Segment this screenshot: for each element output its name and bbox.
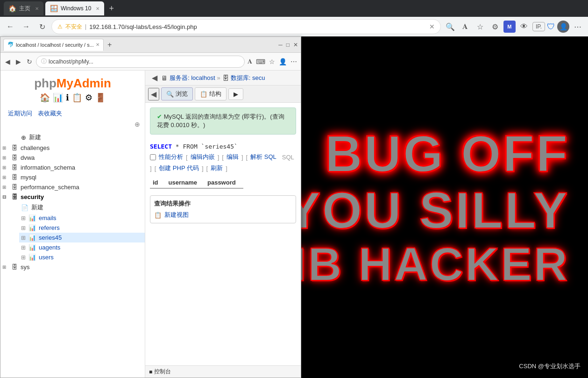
pma-icon-info[interactable]: ℹ <box>66 93 69 103</box>
tab-home[interactable]: 🏠 主页 ✕ <box>4 1 43 15</box>
pma-refresh-link[interactable]: 刷新 <box>211 164 223 172</box>
pma-refresh-button[interactable]: ↻ <box>25 57 34 66</box>
tab-win10[interactable]: 🪟 Windows 10 ✕ <box>45 1 104 15</box>
pma-new-view-label: 新建视图 <box>164 211 189 219</box>
pma-toolbar-right: 𝐀 ⌨ ☆ 👤 ⋯ <box>247 57 298 66</box>
toolbar-icons: 🔍 𝐀 ☆ ⚙ M 👁 IP. 🛡 👤 ⋯ <box>444 20 584 33</box>
db-table-series45[interactable]: ⊞ 📊 series45 <box>19 233 145 242</box>
db-info-name: information_schema <box>21 164 75 171</box>
db-table-users[interactable]: ⊞ 📊 users <box>19 252 145 262</box>
pma-sidebar: phpMyAdmin 🏠 📊 ℹ 📋 ⚙ 🚪 近期访问 <box>0 71 145 378</box>
pma-browse-button[interactable]: 🔍 浏览 <box>161 87 193 100</box>
pma-edit-inline-link[interactable]: 编辑内嵌 <box>191 153 215 161</box>
tab-bar: 🏠 主页 ✕ 🪟 Windows 10 ✕ + <box>0 0 588 17</box>
collections-icon[interactable]: 👁 <box>517 20 531 33</box>
pma-structure-button[interactable]: 📋 结构 <box>195 87 227 100</box>
db-table-referers[interactable]: ⊞ 📊 referers <box>19 223 145 233</box>
pma-icon-settings[interactable]: ⚙ <box>85 93 92 103</box>
db-item-mysql[interactable]: ⊞ 🗄 mysql <box>0 172 145 182</box>
db-item-security[interactable]: ⊟ 🗄 security <box>0 192 145 202</box>
ip-button[interactable]: IP. <box>532 22 545 31</box>
pma-parse-sql-link[interactable]: 解析 SQL <box>250 153 276 161</box>
shield-icon[interactable]: 🛡 <box>547 22 555 32</box>
pma-perf-checkbox[interactable] <box>150 154 156 160</box>
pma-forward-button[interactable]: ▶ <box>14 57 23 66</box>
db-table-emails[interactable]: ⊞ 📊 emails <box>19 213 145 223</box>
pma-window: 🐬 localhost / localhost / security / s..… <box>0 36 301 378</box>
uagents-table-icon: ⊞ <box>21 244 26 251</box>
table-header-row: id username password <box>150 177 243 188</box>
pma-menu-icon[interactable]: ⋯ <box>290 57 298 66</box>
tab-win10-close[interactable]: ✕ <box>96 6 99 11</box>
db-item-information-schema[interactable]: ⊞ 🗄 information_schema <box>0 163 145 172</box>
db-security-new[interactable]: 📄 新建 <box>19 202 145 213</box>
tab-home-close[interactable]: ✕ <box>35 6 39 11</box>
pma-minimize-button[interactable]: ─ <box>278 42 283 48</box>
pma-footer[interactable]: ■ 控制台 <box>145 365 301 378</box>
pma-read-icon[interactable]: 𝐀 <box>247 57 253 66</box>
pma-new-tab-button[interactable]: + <box>106 41 113 49</box>
profile-icon[interactable]: 👤 <box>557 21 569 33</box>
address-box[interactable]: ⚠ 不安全 | 192.168.1.70/sql-labs/Less-45/lo… <box>51 19 441 34</box>
db-item-dvwa[interactable]: ⊞ 🗄 dvwa <box>0 153 145 163</box>
read-mode-icon[interactable]: 𝐀 <box>459 20 472 33</box>
pma-create-php-link[interactable]: 创建 PHP 代码 <box>159 164 199 172</box>
pma-more-label: ▶ <box>234 91 238 98</box>
pma-favorites-icon[interactable]: ☆ <box>268 57 276 66</box>
back-button[interactable]: ← <box>4 20 17 33</box>
menu-icon[interactable]: ⋯ <box>571 20 584 33</box>
pma-maximize-button[interactable]: □ <box>286 42 290 48</box>
pma-bookmarks-link[interactable]: 表收藏夹 <box>38 109 62 118</box>
db-sys-name: sys <box>21 264 30 271</box>
pma-more-button[interactable]: ▶ <box>228 88 243 100</box>
pma-tab-close[interactable]: ✕ <box>96 42 99 47</box>
th-id[interactable]: id <box>150 177 166 188</box>
pma-db-icon: 🗄 <box>222 74 229 82</box>
pma-address-box[interactable]: ⓘ localhost/phpMy... <box>36 56 245 68</box>
th-password[interactable]: password <box>205 177 243 188</box>
pma-profile-icon[interactable]: 👤 <box>278 57 288 66</box>
pma-icon-copy[interactable]: 📋 <box>72 93 82 103</box>
search-icon[interactable]: 🔍 <box>444 20 457 33</box>
pma-edit-link[interactable]: 编辑 <box>227 153 239 161</box>
pma-recent-link[interactable]: 近期访问 <box>8 109 32 118</box>
pma-db-link[interactable]: 数据库: secu <box>231 74 265 82</box>
edge-extension-icon[interactable]: M <box>503 21 516 33</box>
pma-window-controls: ─ □ ✕ <box>278 42 298 48</box>
new-tab-button[interactable]: + <box>106 4 117 14</box>
th-username[interactable]: username <box>166 177 205 188</box>
db-new-item[interactable]: ⊕ 新建 <box>0 132 145 143</box>
pma-back-button[interactable]: ◀ <box>3 57 12 66</box>
db-item-sys[interactable]: ⊞ 🗄 sys <box>0 262 145 272</box>
address-bar-row: ← → ↻ ⚠ 不安全 | 192.168.1.70/sql-labs/Less… <box>0 17 588 36</box>
pma-icon-home[interactable]: 🏠 <box>40 93 50 103</box>
pma-tab-active[interactable]: 🐬 localhost / localhost / security / s..… <box>3 39 104 51</box>
address-text: 192.168.1.70/sql-labs/Less-45/login.php <box>89 23 426 30</box>
pma-copy-icon[interactable]: ⊕ <box>135 121 140 128</box>
pma-icon-chart[interactable]: 📊 <box>53 93 63 103</box>
favorites-icon[interactable]: ☆ <box>474 20 487 33</box>
forward-button[interactable]: → <box>20 20 33 33</box>
pma-translate-icon[interactable]: ⌨ <box>255 57 266 66</box>
db-table-uagents[interactable]: ⊞ 📊 uagents <box>19 242 145 252</box>
pma-collapse-button[interactable]: ◀ <box>148 88 159 100</box>
pma-close-button[interactable]: ✕ <box>293 42 298 48</box>
refresh-button[interactable]: ↻ <box>35 20 49 33</box>
pma-icon-exit[interactable]: 🚪 <box>95 93 106 103</box>
pma-server-link[interactable]: 服务器: localhost <box>170 74 215 82</box>
users-table-icon: ⊞ <box>21 254 26 261</box>
pma-address-text: localhost/phpMy... <box>49 58 93 65</box>
db-item-performance-schema[interactable]: ⊞ 🗄 performance_schema <box>0 182 145 192</box>
db-perf-expand: ⊞ <box>2 185 9 190</box>
pma-new-view-link[interactable]: 📋 新建视图 <box>154 211 292 219</box>
pma-address-row: ◀ ▶ ↻ ⓘ localhost/phpMy... 𝐀 ⌨ ☆ 👤 ⋯ <box>0 53 301 71</box>
pma-toggle-sidebar-button[interactable]: ◀ <box>150 72 159 83</box>
pma-logo-php: php <box>34 76 57 90</box>
pma-perf-link[interactable]: 性能分析 <box>159 153 183 161</box>
home-tab-icon: 🏠 <box>8 5 16 12</box>
db-security-name: security <box>21 193 44 200</box>
address-clear-button[interactable]: ✕ <box>429 23 435 30</box>
browser-extensions-icon[interactable]: ⚙ <box>489 20 502 33</box>
db-item-challenges[interactable]: ⊞ 🗄 challenges <box>0 143 145 153</box>
browser-window: 🏠 主页 ✕ 🪟 Windows 10 ✕ + ← → ↻ ⚠ 不安全 | 19… <box>0 0 588 378</box>
